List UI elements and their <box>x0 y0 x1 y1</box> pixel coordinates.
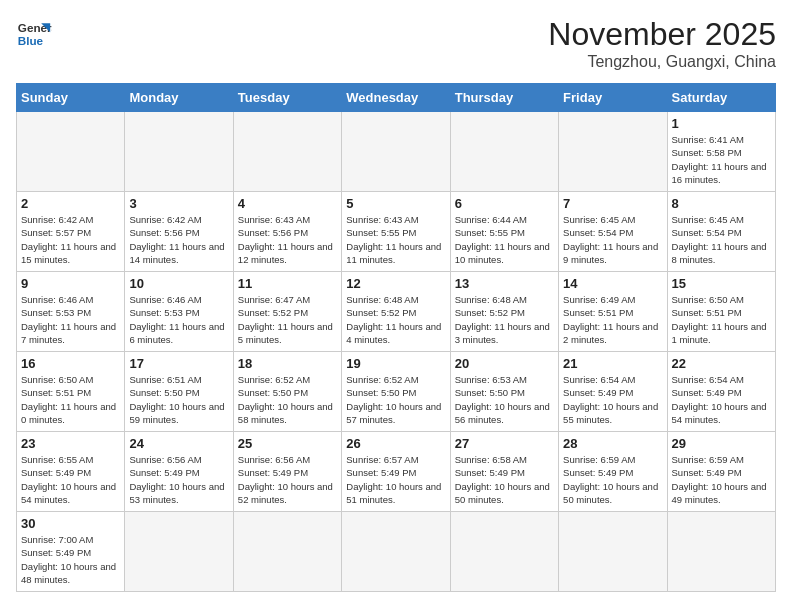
table-row: 27Sunrise: 6:58 AM Sunset: 5:49 PM Dayli… <box>450 432 558 512</box>
table-row: 9Sunrise: 6:46 AM Sunset: 5:53 PM Daylig… <box>17 272 125 352</box>
day-number: 12 <box>346 276 445 291</box>
table-row <box>342 512 450 592</box>
calendar-row: 23Sunrise: 6:55 AM Sunset: 5:49 PM Dayli… <box>17 432 776 512</box>
table-row: 24Sunrise: 6:56 AM Sunset: 5:49 PM Dayli… <box>125 432 233 512</box>
table-row: 3Sunrise: 6:42 AM Sunset: 5:56 PM Daylig… <box>125 192 233 272</box>
day-info: Sunrise: 6:42 AM Sunset: 5:57 PM Dayligh… <box>21 213 120 266</box>
table-row: 18Sunrise: 6:52 AM Sunset: 5:50 PM Dayli… <box>233 352 341 432</box>
table-row: 1Sunrise: 6:41 AM Sunset: 5:58 PM Daylig… <box>667 112 775 192</box>
table-row: 20Sunrise: 6:53 AM Sunset: 5:50 PM Dayli… <box>450 352 558 432</box>
table-row <box>667 512 775 592</box>
table-row: 6Sunrise: 6:44 AM Sunset: 5:55 PM Daylig… <box>450 192 558 272</box>
day-number: 9 <box>21 276 120 291</box>
header-saturday: Saturday <box>667 84 775 112</box>
day-number: 25 <box>238 436 337 451</box>
table-row: 22Sunrise: 6:54 AM Sunset: 5:49 PM Dayli… <box>667 352 775 432</box>
day-number: 7 <box>563 196 662 211</box>
header-tuesday: Tuesday <box>233 84 341 112</box>
day-number: 13 <box>455 276 554 291</box>
day-info: Sunrise: 6:51 AM Sunset: 5:50 PM Dayligh… <box>129 373 228 426</box>
table-row <box>233 512 341 592</box>
day-number: 24 <box>129 436 228 451</box>
day-number: 17 <box>129 356 228 371</box>
table-row: 13Sunrise: 6:48 AM Sunset: 5:52 PM Dayli… <box>450 272 558 352</box>
day-info: Sunrise: 6:56 AM Sunset: 5:49 PM Dayligh… <box>129 453 228 506</box>
svg-text:Blue: Blue <box>18 34 44 47</box>
table-row: 14Sunrise: 6:49 AM Sunset: 5:51 PM Dayli… <box>559 272 667 352</box>
table-row: 5Sunrise: 6:43 AM Sunset: 5:55 PM Daylig… <box>342 192 450 272</box>
day-number: 21 <box>563 356 662 371</box>
table-row: 30Sunrise: 7:00 AM Sunset: 5:49 PM Dayli… <box>17 512 125 592</box>
table-row <box>559 512 667 592</box>
table-row: 26Sunrise: 6:57 AM Sunset: 5:49 PM Dayli… <box>342 432 450 512</box>
day-info: Sunrise: 6:52 AM Sunset: 5:50 PM Dayligh… <box>238 373 337 426</box>
table-row: 2Sunrise: 6:42 AM Sunset: 5:57 PM Daylig… <box>17 192 125 272</box>
calendar-row: 30Sunrise: 7:00 AM Sunset: 5:49 PM Dayli… <box>17 512 776 592</box>
day-info: Sunrise: 6:57 AM Sunset: 5:49 PM Dayligh… <box>346 453 445 506</box>
table-row: 7Sunrise: 6:45 AM Sunset: 5:54 PM Daylig… <box>559 192 667 272</box>
day-number: 5 <box>346 196 445 211</box>
table-row: 16Sunrise: 6:50 AM Sunset: 5:51 PM Dayli… <box>17 352 125 432</box>
day-info: Sunrise: 6:45 AM Sunset: 5:54 PM Dayligh… <box>672 213 771 266</box>
calendar-row: 2Sunrise: 6:42 AM Sunset: 5:57 PM Daylig… <box>17 192 776 272</box>
table-row: 15Sunrise: 6:50 AM Sunset: 5:51 PM Dayli… <box>667 272 775 352</box>
day-number: 3 <box>129 196 228 211</box>
day-number: 19 <box>346 356 445 371</box>
day-info: Sunrise: 6:53 AM Sunset: 5:50 PM Dayligh… <box>455 373 554 426</box>
day-info: Sunrise: 6:54 AM Sunset: 5:49 PM Dayligh… <box>563 373 662 426</box>
day-number: 6 <box>455 196 554 211</box>
table-row: 8Sunrise: 6:45 AM Sunset: 5:54 PM Daylig… <box>667 192 775 272</box>
day-number: 30 <box>21 516 120 531</box>
day-number: 27 <box>455 436 554 451</box>
table-row: 12Sunrise: 6:48 AM Sunset: 5:52 PM Dayli… <box>342 272 450 352</box>
day-number: 26 <box>346 436 445 451</box>
day-info: Sunrise: 6:46 AM Sunset: 5:53 PM Dayligh… <box>129 293 228 346</box>
day-info: Sunrise: 6:43 AM Sunset: 5:56 PM Dayligh… <box>238 213 337 266</box>
table-row <box>559 112 667 192</box>
day-info: Sunrise: 6:52 AM Sunset: 5:50 PM Dayligh… <box>346 373 445 426</box>
day-info: Sunrise: 6:58 AM Sunset: 5:49 PM Dayligh… <box>455 453 554 506</box>
day-info: Sunrise: 6:55 AM Sunset: 5:49 PM Dayligh… <box>21 453 120 506</box>
table-row: 23Sunrise: 6:55 AM Sunset: 5:49 PM Dayli… <box>17 432 125 512</box>
title-block: November 2025 Tengzhou, Guangxi, China <box>548 16 776 71</box>
day-info: Sunrise: 6:59 AM Sunset: 5:49 PM Dayligh… <box>672 453 771 506</box>
header-sunday: Sunday <box>17 84 125 112</box>
day-number: 1 <box>672 116 771 131</box>
day-info: Sunrise: 6:48 AM Sunset: 5:52 PM Dayligh… <box>346 293 445 346</box>
table-row: 11Sunrise: 6:47 AM Sunset: 5:52 PM Dayli… <box>233 272 341 352</box>
table-row <box>450 512 558 592</box>
calendar-row: 9Sunrise: 6:46 AM Sunset: 5:53 PM Daylig… <box>17 272 776 352</box>
logo: General Blue <box>16 16 52 52</box>
header-friday: Friday <box>559 84 667 112</box>
table-row <box>450 112 558 192</box>
calendar-row: 1Sunrise: 6:41 AM Sunset: 5:58 PM Daylig… <box>17 112 776 192</box>
day-number: 22 <box>672 356 771 371</box>
header-monday: Monday <box>125 84 233 112</box>
day-info: Sunrise: 6:41 AM Sunset: 5:58 PM Dayligh… <box>672 133 771 186</box>
day-number: 18 <box>238 356 337 371</box>
day-number: 2 <box>21 196 120 211</box>
day-info: Sunrise: 6:50 AM Sunset: 5:51 PM Dayligh… <box>672 293 771 346</box>
day-info: Sunrise: 7:00 AM Sunset: 5:49 PM Dayligh… <box>21 533 120 586</box>
day-number: 8 <box>672 196 771 211</box>
day-info: Sunrise: 6:45 AM Sunset: 5:54 PM Dayligh… <box>563 213 662 266</box>
day-info: Sunrise: 6:54 AM Sunset: 5:49 PM Dayligh… <box>672 373 771 426</box>
page-header: General Blue November 2025 Tengzhou, Gua… <box>16 16 776 71</box>
day-info: Sunrise: 6:50 AM Sunset: 5:51 PM Dayligh… <box>21 373 120 426</box>
table-row: 28Sunrise: 6:59 AM Sunset: 5:49 PM Dayli… <box>559 432 667 512</box>
table-row <box>125 512 233 592</box>
day-info: Sunrise: 6:44 AM Sunset: 5:55 PM Dayligh… <box>455 213 554 266</box>
calendar-table: Sunday Monday Tuesday Wednesday Thursday… <box>16 83 776 592</box>
table-row: 19Sunrise: 6:52 AM Sunset: 5:50 PM Dayli… <box>342 352 450 432</box>
table-row: 17Sunrise: 6:51 AM Sunset: 5:50 PM Dayli… <box>125 352 233 432</box>
day-number: 28 <box>563 436 662 451</box>
table-row: 25Sunrise: 6:56 AM Sunset: 5:49 PM Dayli… <box>233 432 341 512</box>
location-title: Tengzhou, Guangxi, China <box>548 53 776 71</box>
weekday-header-row: Sunday Monday Tuesday Wednesday Thursday… <box>17 84 776 112</box>
table-row <box>342 112 450 192</box>
month-title: November 2025 <box>548 16 776 53</box>
day-info: Sunrise: 6:56 AM Sunset: 5:49 PM Dayligh… <box>238 453 337 506</box>
table-row <box>233 112 341 192</box>
day-number: 20 <box>455 356 554 371</box>
table-row: 29Sunrise: 6:59 AM Sunset: 5:49 PM Dayli… <box>667 432 775 512</box>
